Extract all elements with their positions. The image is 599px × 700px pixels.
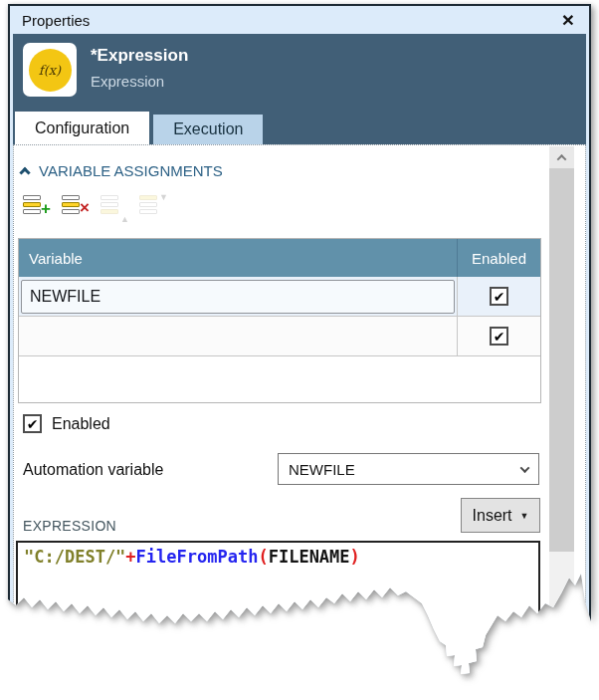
close-icon[interactable]: ×	[559, 10, 577, 30]
tab-strip: Configuration Execution	[13, 112, 586, 144]
action-header: f(x) *Expression Expression Configuratio…	[13, 34, 586, 144]
action-title: *Expression	[91, 46, 188, 66]
vertical-scrollbar[interactable]	[549, 146, 574, 688]
automation-variable-combobox[interactable]: NEWFILE	[278, 453, 539, 485]
enabled-field: ✔ Enabled	[23, 414, 110, 433]
bar	[100, 209, 118, 214]
bar	[139, 202, 157, 207]
bar	[62, 202, 80, 207]
bar	[23, 209, 41, 214]
enabled-checkbox[interactable]: ✔	[23, 414, 42, 433]
tab-configuration[interactable]: Configuration	[15, 112, 149, 144]
automation-variable-value: NEWFILE	[289, 461, 355, 478]
enabled-label: Enabled	[52, 415, 110, 433]
configuration-panel: VARIABLE ASSIGNMENTS	[13, 144, 586, 690]
row-toolbar	[23, 195, 178, 222]
bar	[139, 195, 157, 200]
variable-table: Variable Enabled NEWFILE ✔	[18, 238, 541, 403]
delete-row-icon[interactable]	[62, 195, 92, 222]
row-enabled-checkbox[interactable]: ✔	[490, 287, 508, 306]
bar	[23, 202, 41, 207]
variable-assignments-section-header[interactable]: VARIABLE ASSIGNMENTS	[21, 162, 223, 179]
bar	[139, 209, 157, 214]
column-header-variable: Variable	[19, 250, 457, 267]
variable-cell-editor[interactable]: NEWFILE	[21, 280, 455, 314]
window-title: Properties	[22, 12, 90, 29]
bar	[62, 209, 80, 214]
enabled-cell: ✔	[457, 277, 540, 316]
section-title: VARIABLE ASSIGNMENTS	[39, 162, 223, 179]
row-enabled-checkbox[interactable]: ✔	[490, 327, 508, 346]
properties-window: Properties × f(x) *Expression Expression…	[8, 4, 591, 693]
move-row-up-icon[interactable]	[100, 195, 130, 222]
table-header-row: Variable Enabled	[19, 239, 540, 277]
title-bar: Properties ×	[13, 6, 586, 34]
insert-caret-icon: ▼	[520, 511, 529, 521]
action-header-top: f(x) *Expression Expression	[13, 34, 586, 97]
move-row-down-icon[interactable]	[139, 195, 169, 222]
add-row-icon[interactable]	[23, 195, 53, 222]
variable-cell[interactable]	[19, 317, 457, 355]
table-row: ✔	[19, 317, 540, 356]
expression-code[interactable]: "C:/DEST/"+FileFromPath(FILENAME)	[16, 541, 540, 700]
bar	[100, 202, 118, 207]
screenshot: Properties × f(x) *Expression Expression…	[0, 0, 599, 700]
expression-icon: f(x)	[23, 43, 77, 97]
fx-icon: f(x)	[29, 49, 72, 92]
action-subtitle: Expression	[91, 73, 188, 90]
bar	[62, 195, 80, 200]
scrollbar-thumb[interactable]	[549, 168, 574, 552]
expression-label: EXPRESSION	[23, 518, 116, 534]
scroll-up-button[interactable]	[549, 146, 574, 168]
collapse-chevron-icon	[19, 166, 30, 177]
bar	[100, 195, 118, 200]
table-empty-area	[19, 356, 540, 402]
bar	[23, 195, 41, 200]
automation-variable-label: Automation variable	[23, 461, 163, 479]
enabled-cell: ✔	[457, 317, 540, 355]
window-frame: Properties × f(x) *Expression Expression…	[8, 4, 591, 693]
column-header-enabled: Enabled	[457, 239, 540, 277]
table-row: NEWFILE ✔	[19, 277, 540, 317]
insert-button-label: Insert	[473, 507, 512, 525]
header-titles: *Expression Expression	[91, 43, 188, 97]
chevron-down-icon	[520, 463, 530, 473]
variable-cell: NEWFILE	[19, 277, 457, 316]
insert-button[interactable]: Insert ▼	[461, 498, 540, 533]
tab-execution[interactable]: Execution	[153, 115, 263, 144]
scroll-up-chevron-icon	[557, 153, 567, 163]
